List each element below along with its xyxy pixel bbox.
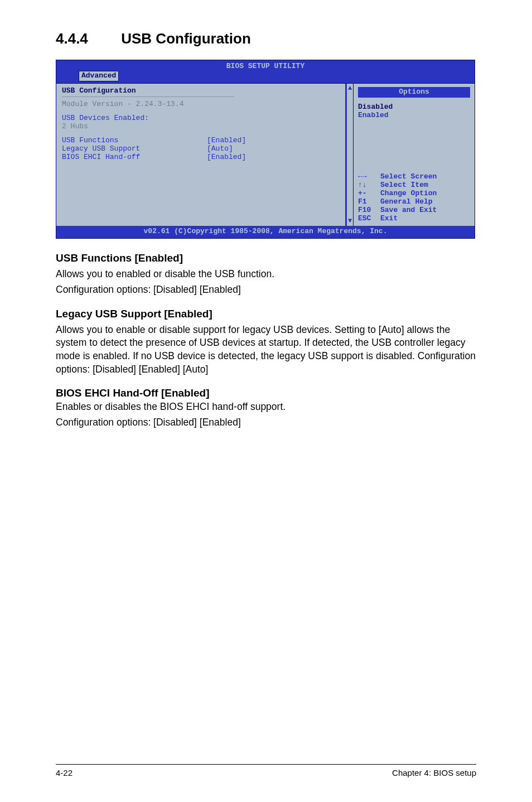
setting-value: [Enabled] [207, 137, 246, 145]
setting-usb-functions[interactable]: USB Functions [Enabled] [62, 137, 340, 145]
section-number: 4.4.4 [56, 30, 117, 47]
kh-select-item: ↑↓Select Item [358, 181, 470, 190]
page-footer: 4-22 Chapter 4: BIOS setup [56, 764, 476, 777]
key: ←→ [358, 173, 380, 181]
bios-panel-title: USB Configuration [62, 87, 340, 95]
option-disabled[interactable]: Disabled [358, 103, 470, 112]
para-usb-functions-1: Allows you to enabled or disable the USB… [56, 268, 476, 281]
setting-label: BIOS EHCI Hand-off [62, 153, 207, 162]
scroll-up-icon: ▲ [348, 85, 352, 93]
chapter-title: Chapter 4: BIOS setup [392, 768, 476, 777]
key: F1 [358, 198, 380, 206]
setting-label: Legacy USB Support [62, 145, 207, 153]
spacer [62, 161, 340, 223]
key-desc: Change Option [380, 190, 437, 198]
kh-change-option: +-Change Option [358, 190, 470, 198]
module-version: Module Version - 2.24.3-13.4 [62, 100, 340, 109]
devices-enabled-value: 2 Hubs [62, 123, 340, 131]
key-desc: General Help [380, 198, 433, 206]
bios-footer: v02.61 (C)Copyright 1985-2008, American … [56, 226, 475, 238]
bios-tab-row: Advanced [56, 71, 475, 83]
devices-enabled-label: USB Devices Enabled: [62, 114, 340, 123]
kh-save-exit: F10Save and Exit [358, 206, 470, 215]
scroll-down-icon: ▼ [348, 218, 352, 225]
key: ↑↓ [358, 181, 380, 190]
setting-bios-ehci[interactable]: BIOS EHCI Hand-off [Enabled] [62, 153, 340, 162]
tab-advanced[interactable]: Advanced [79, 71, 119, 81]
key-desc: Exit [380, 215, 398, 223]
bios-scrollbar[interactable]: ▲ ▼ [345, 84, 353, 226]
section-heading: 4.4.4 USB Configuration [56, 30, 476, 47]
subhead-ehci: BIOS EHCI Hand-Off [Enabled] [56, 387, 476, 399]
key: F10 [358, 206, 380, 215]
page-number: 4-22 [56, 768, 72, 777]
para-ehci-2: Configuration options: [Disabled] [Enabl… [56, 416, 476, 429]
setting-label: USB Functions [62, 137, 207, 145]
key: ESC [358, 215, 380, 223]
key-help: ←→Select Screen ↑↓Select Item +-Change O… [358, 173, 470, 223]
para-ehci-1: Enables or disables the BIOS EHCI hand-o… [56, 400, 476, 414]
key-desc: Select Item [380, 181, 428, 190]
bios-panel: BIOS SETUP UTILITY Advanced USB Configur… [56, 60, 475, 239]
divider [62, 96, 234, 97]
bios-title: BIOS SETUP UTILITY [56, 60, 475, 71]
option-enabled[interactable]: Enabled [358, 112, 470, 120]
key-desc: Save and Exit [380, 206, 437, 215]
key-desc: Select Screen [380, 173, 437, 181]
subhead-legacy: Legacy USB Support [Enabled] [56, 308, 476, 320]
setting-value: [Enabled] [207, 153, 246, 162]
section-title: USB Configuration [121, 30, 251, 47]
kh-select-screen: ←→Select Screen [358, 173, 470, 181]
kh-exit: ESCExit [358, 215, 470, 223]
kh-general-help: F1General Help [358, 198, 470, 206]
key: +- [358, 190, 380, 198]
para-usb-functions-2: Configuration options: [Disabled] [Enabl… [56, 283, 476, 297]
setting-value: [Auto] [207, 145, 233, 153]
bios-body: USB Configuration Module Version - 2.24.… [56, 83, 475, 226]
para-legacy: Allows you to enable or disable support … [56, 323, 476, 376]
subhead-usb-functions: USB Functions [Enabled] [56, 252, 476, 264]
options-header: Options [358, 87, 470, 98]
bios-left-pane: USB Configuration Module Version - 2.24.… [56, 84, 345, 226]
setting-legacy-usb[interactable]: Legacy USB Support [Auto] [62, 145, 340, 153]
bios-right-pane: Options Disabled Enabled ←→Select Screen… [353, 84, 475, 226]
